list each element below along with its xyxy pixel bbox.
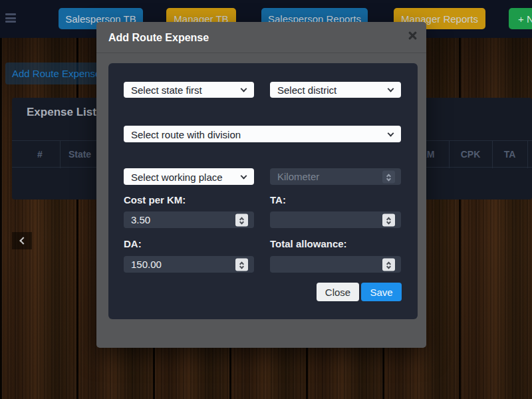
nav-new-button[interactable]: + N bbox=[509, 8, 532, 29]
up-down-spinner-icon bbox=[382, 170, 395, 183]
column-header-number: # bbox=[27, 149, 53, 160]
up-down-spinner-icon[interactable] bbox=[235, 258, 248, 271]
cost-per-km-field-wrap bbox=[124, 211, 254, 228]
route-select[interactable]: Select route with division bbox=[124, 126, 401, 142]
cost-per-km-label: Cost per KM: bbox=[124, 194, 186, 205]
chevron-down-icon bbox=[241, 86, 247, 92]
modal-title: Add Route Expense bbox=[108, 22, 209, 53]
column-divider bbox=[492, 141, 493, 168]
close-icon[interactable] bbox=[407, 30, 418, 41]
up-down-spinner-icon[interactable] bbox=[235, 213, 248, 226]
working-place-select[interactable]: Select working place bbox=[124, 168, 254, 185]
carousel-prev-button[interactable] bbox=[12, 232, 32, 249]
chevron-down-icon bbox=[388, 86, 394, 92]
up-down-spinner-icon[interactable] bbox=[382, 258, 395, 271]
add-route-expense-modal: Add Route Expense Select state first Sel… bbox=[96, 22, 426, 348]
modal-form-panel: Select state first Select district Selec… bbox=[108, 63, 418, 319]
screen: Salesperson TB Manager TB Salesperson Re… bbox=[0, 0, 532, 399]
chevron-left-icon bbox=[19, 237, 27, 244]
modal-header: Add Route Expense bbox=[96, 22, 426, 53]
state-select-value: Select state first bbox=[131, 84, 202, 96]
kilometer-field-wrap bbox=[270, 168, 401, 185]
ta-label: TA: bbox=[270, 194, 286, 205]
route-select-value: Select route with division bbox=[131, 128, 241, 140]
district-select-value: Select district bbox=[277, 84, 336, 96]
close-button[interactable]: Close bbox=[317, 283, 359, 301]
da-field-wrap bbox=[124, 256, 254, 273]
expense-list-title: Expense List bbox=[27, 106, 96, 119]
add-route-expense-button[interactable]: Add Route Expense bbox=[5, 63, 105, 84]
save-button[interactable]: Save bbox=[361, 283, 402, 301]
total-allowance-field-wrap bbox=[270, 256, 401, 273]
up-down-spinner-icon[interactable] bbox=[382, 213, 395, 226]
column-header-cpk: CPK bbox=[449, 149, 492, 160]
column-divider bbox=[449, 141, 450, 168]
kilometer-input[interactable] bbox=[270, 168, 401, 185]
da-label: DA: bbox=[124, 238, 142, 249]
total-allowance-label: Total allowance: bbox=[270, 238, 347, 249]
column-header-ta: TA bbox=[492, 149, 527, 160]
working-place-select-value: Select working place bbox=[131, 171, 223, 182]
cost-per-km-input[interactable] bbox=[124, 211, 254, 228]
column-divider bbox=[60, 141, 61, 168]
da-input[interactable] bbox=[124, 256, 254, 273]
chevron-down-icon bbox=[241, 172, 247, 179]
district-select[interactable]: Select district bbox=[270, 82, 401, 98]
total-allowance-input[interactable] bbox=[270, 256, 401, 273]
column-divider bbox=[527, 141, 528, 168]
chevron-down-icon bbox=[388, 130, 394, 136]
state-select[interactable]: Select state first bbox=[124, 82, 254, 98]
ta-field-wrap bbox=[270, 211, 401, 228]
ta-input[interactable] bbox=[270, 211, 401, 228]
hamburger-icon[interactable] bbox=[5, 13, 17, 23]
